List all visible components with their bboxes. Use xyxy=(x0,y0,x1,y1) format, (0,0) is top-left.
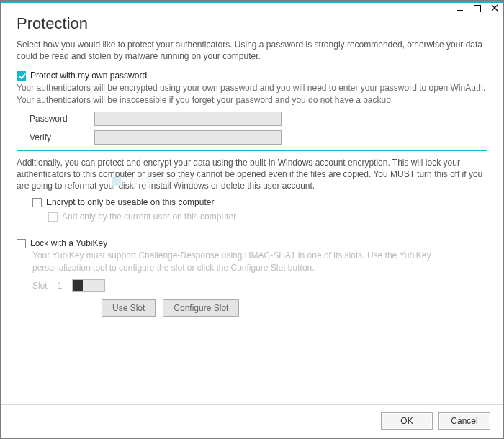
protect-password-row[interactable]: Protect with my own password xyxy=(17,71,487,81)
yubikey-checkbox[interactable] xyxy=(17,239,26,248)
encrypt-user-label: And only by the current user on this com… xyxy=(62,212,236,222)
maximize-button[interactable] xyxy=(472,3,483,14)
dialog-footer: OK Cancel xyxy=(1,404,503,438)
yubikey-desc: Your YubiKey must support Challenge-Resp… xyxy=(32,250,487,273)
close-button[interactable] xyxy=(489,3,500,14)
password-field-label: Password xyxy=(30,114,94,124)
yubikey-label: Lock with a YubiKey xyxy=(30,238,107,248)
intro-text: Select how you would like to protect you… xyxy=(17,39,487,62)
maximize-icon xyxy=(474,5,481,12)
protect-password-checkbox[interactable] xyxy=(17,71,26,81)
spinner-track xyxy=(83,280,104,291)
encrypt-computer-checkbox[interactable] xyxy=(32,198,42,207)
use-slot-button[interactable]: Use Slot xyxy=(102,299,156,317)
close-icon xyxy=(491,4,498,14)
verify-input[interactable] xyxy=(94,130,282,145)
protection-dialog: Protection Select how you would like to … xyxy=(0,0,504,439)
slot-value: 1 xyxy=(58,281,63,291)
encrypt-computer-label: Encrypt to only be useable on this compu… xyxy=(46,197,214,207)
yubikey-button-row: Use Slot Configure Slot xyxy=(102,299,487,317)
minimize-icon xyxy=(457,7,463,11)
dialog-content: Protection Select how you would like to … xyxy=(1,3,503,404)
windows-encryption-desc: Additionally, you can protect and encryp… xyxy=(17,157,487,192)
page-title: Protection xyxy=(17,14,487,33)
ok-button[interactable]: OK xyxy=(381,412,433,430)
minimize-button[interactable] xyxy=(454,3,466,14)
section-divider-1 xyxy=(17,150,487,151)
yubikey-row[interactable]: Lock with a YubiKey xyxy=(17,238,487,248)
verify-field-label: Verify xyxy=(30,132,94,142)
window-chrome-buttons xyxy=(454,3,500,14)
slot-spinner[interactable] xyxy=(72,279,105,292)
protect-password-label: Protect with my own password xyxy=(30,71,147,81)
cancel-button[interactable]: Cancel xyxy=(438,412,490,430)
section-divider-2 xyxy=(17,232,487,232)
configure-slot-button[interactable]: Configure Slot xyxy=(163,299,239,317)
encrypt-user-row: And only by the current user on this com… xyxy=(48,212,487,222)
password-form: Password Verify xyxy=(30,112,487,145)
protect-password-desc: Your authenticators will be encrypted us… xyxy=(17,82,487,105)
slot-label: Slot xyxy=(32,281,48,291)
spinner-thumb-icon xyxy=(73,280,83,291)
yubikey-slot-row: Slot 1 xyxy=(32,279,487,292)
password-input[interactable] xyxy=(94,112,282,126)
encrypt-user-checkbox xyxy=(48,212,58,222)
encrypt-computer-row[interactable]: Encrypt to only be useable on this compu… xyxy=(32,197,487,207)
